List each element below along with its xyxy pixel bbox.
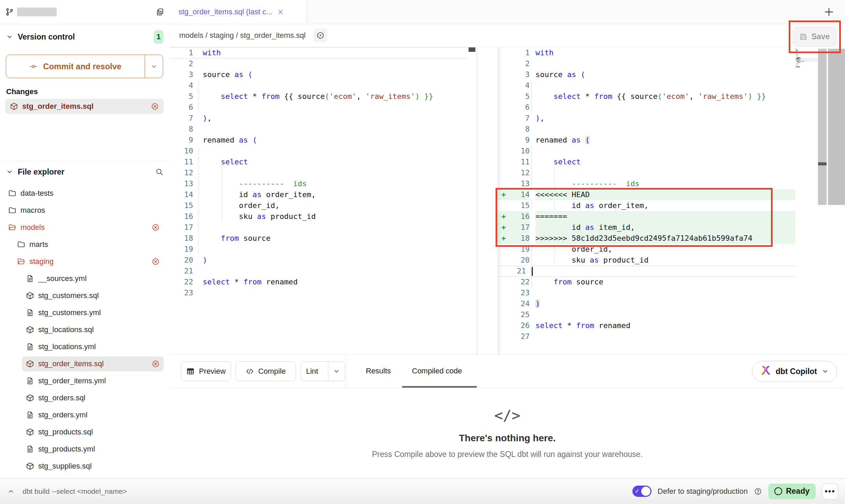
chevron-up-icon[interactable] xyxy=(8,488,14,495)
tab-stg-order-items[interactable]: stg_order_items.sql (last c... xyxy=(170,0,306,24)
file-tree-item-models[interactable]: models xyxy=(0,219,170,236)
file-tree-item-data-tests[interactable]: data-tests xyxy=(0,185,170,202)
code-line-19[interactable]: 19 xyxy=(170,244,467,255)
code-line-11[interactable]: 11 select xyxy=(170,157,467,167)
code-line-2[interactable]: 2 xyxy=(478,58,795,69)
copy-files-icon[interactable] xyxy=(156,8,164,16)
editor-left-pane[interactable]: 1with23source as (45 select * from {{ so… xyxy=(170,47,477,354)
code-line-11[interactable]: 11 select xyxy=(478,157,795,167)
code-line-1[interactable]: 1with xyxy=(170,47,467,58)
file-tree-item-staging[interactable]: staging xyxy=(0,253,170,270)
code-line-21[interactable]: 21 xyxy=(478,266,795,277)
code-line-2[interactable]: 2 xyxy=(170,58,467,69)
code-line-27[interactable]: 27 xyxy=(478,331,795,342)
code-line-23[interactable]: 23 xyxy=(478,287,795,298)
defer-toggle[interactable]: ✓ xyxy=(632,486,651,497)
conflict-x-icon[interactable] xyxy=(152,257,160,266)
code-line-3[interactable]: 3source as ( xyxy=(478,69,795,80)
code-line-25[interactable]: 25 xyxy=(478,309,795,320)
code-line-26[interactable]: 26select * from renamed xyxy=(478,320,795,331)
code-line-14[interactable]: +14<<<<<<< HEAD xyxy=(478,189,795,200)
conflict-x-icon[interactable] xyxy=(151,102,159,110)
code-line-9[interactable]: 9renamed as ( xyxy=(170,135,467,146)
code-line-8[interactable]: 8 xyxy=(478,124,795,135)
code-line-9[interactable]: 9renamed as ( xyxy=(478,135,795,146)
file-tree-item-stg_orders.sql[interactable]: stg_orders.sql xyxy=(0,389,170,406)
code-line-10[interactable]: 10 xyxy=(170,146,467,157)
conflict-x-icon[interactable] xyxy=(152,360,160,368)
code-line-22[interactable]: 22 from source xyxy=(478,277,795,287)
code-line-13[interactable]: 13 ---------- ids xyxy=(170,178,467,189)
code-line-24[interactable]: 24) xyxy=(478,298,795,309)
left-editor-scrollbar-thumb[interactable] xyxy=(469,47,475,52)
code-line-23[interactable]: 23 xyxy=(170,287,467,298)
file-tree-item-stg_order_items.sql[interactable]: stg_order_items.sql xyxy=(0,355,170,372)
tab-results[interactable]: Results xyxy=(366,355,391,387)
code-line-3[interactable]: 3source as ( xyxy=(170,69,467,80)
file-tree-item-stg_orders.yml[interactable]: stg_orders.yml xyxy=(0,406,170,424)
code-line-15[interactable]: 15 id as order_item, xyxy=(478,200,795,211)
commit-options-dropdown[interactable] xyxy=(145,55,163,78)
new-tab-button[interactable] xyxy=(822,5,835,18)
file-tree-item-macros[interactable]: macros xyxy=(0,202,170,219)
minimap-scrollbar[interactable] xyxy=(818,49,827,205)
preview-button[interactable]: Preview xyxy=(181,361,231,381)
commit-and-resolve-button[interactable]: Commit and resolve xyxy=(6,55,163,78)
file-tree-item-stg_locations.sql[interactable]: stg_locations.sql xyxy=(0,321,170,338)
code-line-6[interactable]: 6 xyxy=(170,102,467,113)
file-tree-item-marts[interactable]: marts xyxy=(0,236,170,253)
code-line-13[interactable]: 13 ---------- ids xyxy=(478,178,795,189)
file-tree-item-stg_products.sql[interactable]: stg_products.sql xyxy=(0,424,170,441)
scrollbar-thumb[interactable] xyxy=(818,162,827,165)
file-tree-item-stg_products.yml[interactable]: stg_products.yml xyxy=(0,441,170,458)
code-line-5[interactable]: 5 select * from {{ source('ecom', 'raw_i… xyxy=(170,91,467,102)
file-tree-item-stg_locations.yml[interactable]: stg_locations.yml xyxy=(0,338,170,355)
file-tree-item-stg_supplies.sql[interactable]: stg_supplies.sql xyxy=(0,458,170,475)
code-line-17[interactable]: +17 id as item_id, xyxy=(478,222,795,233)
code-line-12[interactable]: 12 xyxy=(478,167,795,178)
command-input[interactable]: dbt build --select <model_name> xyxy=(23,487,127,495)
file-tree-item-stg_customers.sql[interactable]: stg_customers.sql xyxy=(0,287,170,304)
file-tree-item-stg_order_items.yml[interactable]: stg_order_items.yml xyxy=(0,372,170,389)
code-line-7[interactable]: 7), xyxy=(478,113,795,124)
code-line-17[interactable]: 17 xyxy=(170,222,467,233)
code-line-16[interactable]: 16 sku as product_id xyxy=(170,211,467,222)
search-icon[interactable] xyxy=(155,168,163,176)
compile-button[interactable]: Compile xyxy=(235,361,296,381)
save-button[interactable]: Save xyxy=(793,27,836,46)
code-line-4[interactable]: 4 xyxy=(478,80,795,91)
close-icon[interactable] xyxy=(277,9,284,15)
help-icon[interactable] xyxy=(754,487,762,495)
version-control-section-header[interactable]: Version control 1 xyxy=(0,29,170,44)
status-badge[interactable]: Ready xyxy=(768,484,816,499)
code-line-18[interactable]: 18 from source xyxy=(170,233,467,244)
code-line-14[interactable]: 14 id as order_item, xyxy=(170,189,467,200)
lineage-icon[interactable] xyxy=(313,28,328,43)
code-line-5[interactable]: 5 select * from {{ source('ecom', 'raw_i… xyxy=(478,91,795,102)
code-line-10[interactable]: 10 xyxy=(478,146,795,157)
file-tree-item-stg_customers.yml[interactable]: stg_customers.yml xyxy=(0,304,170,321)
code-line-20[interactable]: 20 sku as product_id xyxy=(478,255,795,266)
lint-button[interactable]: Lint xyxy=(300,361,345,381)
code-line-8[interactable]: 8 xyxy=(170,124,467,135)
code-line-12[interactable]: 12 xyxy=(170,167,467,178)
file-tree-item-__sources.yml[interactable]: __sources.yml xyxy=(0,270,170,287)
code-line-18[interactable]: +18>>>>>>> 58c1dd23d5eebd9cd2495fa7124ab… xyxy=(478,233,795,244)
code-line-4[interactable]: 4 xyxy=(170,80,467,91)
more-options-button[interactable]: ••• xyxy=(822,483,838,500)
editor-right-pane[interactable]: 1with23source as (45 select * from {{ so… xyxy=(478,47,845,354)
editor-scrollbar[interactable] xyxy=(828,49,845,205)
dbt-copilot-button[interactable]: dbt Copilot xyxy=(752,361,837,382)
code-line-19[interactable]: 19 order_id, xyxy=(478,244,795,255)
file-explorer-section-header[interactable]: File explorer xyxy=(0,164,170,179)
code-line-16[interactable]: +16======= xyxy=(478,211,795,222)
code-line-21[interactable]: 21 xyxy=(170,266,467,277)
lint-options-dropdown[interactable] xyxy=(328,362,345,381)
code-line-15[interactable]: 15 order_id, xyxy=(170,200,467,211)
code-line-7[interactable]: 7), xyxy=(170,113,467,124)
code-line-1[interactable]: 1with xyxy=(478,47,795,58)
changed-file-row[interactable]: stg_order_items.sql xyxy=(5,99,164,114)
code-line-22[interactable]: 22select * from renamed xyxy=(170,277,467,287)
tab-compiled-code[interactable]: Compiled code xyxy=(412,355,462,387)
code-line-6[interactable]: 6 xyxy=(478,102,795,113)
